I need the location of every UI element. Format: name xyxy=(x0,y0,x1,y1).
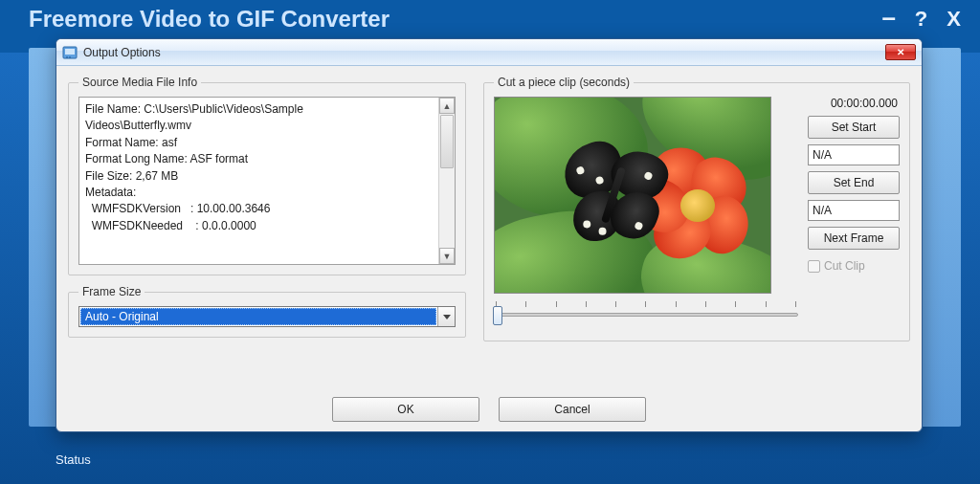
end-time-field[interactable] xyxy=(808,200,900,221)
file-info-box: File Name: C:\Users\Public\Videos\Sample… xyxy=(78,97,456,265)
timeline-slider[interactable] xyxy=(494,301,798,317)
source-media-legend: Source Media File Info xyxy=(78,76,201,89)
app-title: Freemore Video to GIF Converter xyxy=(29,6,862,33)
frame-size-fieldset: Frame Size Auto - Original xyxy=(68,285,466,338)
start-time-field[interactable] xyxy=(808,144,900,165)
dialog-button-row: OK Cancel xyxy=(68,397,910,422)
butterfly xyxy=(556,138,671,253)
next-frame-button[interactable]: Next Frame xyxy=(808,227,900,250)
dialog-close-button[interactable]: ✕ xyxy=(885,44,916,60)
file-info-scrollbar[interactable]: ▲ ▼ xyxy=(438,98,455,264)
scroll-up-icon[interactable]: ▲ xyxy=(439,98,455,114)
cut-clip-row: Cut Clip xyxy=(808,259,900,273)
set-start-button[interactable]: Set Start xyxy=(808,116,900,139)
cut-clip-legend: Cut a piece clip (seconds) xyxy=(494,76,634,89)
main-window: Freemore Video to GIF Converter – ? X St… xyxy=(0,0,980,484)
scroll-thumb[interactable] xyxy=(440,115,454,168)
timecode: 00:00:00.000 xyxy=(808,97,900,110)
set-end-button[interactable]: Set End xyxy=(808,171,900,194)
cancel-button[interactable]: Cancel xyxy=(499,397,646,422)
help-icon[interactable]: ? xyxy=(915,7,927,32)
svg-rect-1 xyxy=(65,49,75,55)
svg-point-2 xyxy=(66,56,68,58)
timeline-ticks xyxy=(494,301,798,311)
timeline-thumb[interactable] xyxy=(493,306,502,325)
dialog-title: Output Options xyxy=(83,46,885,59)
minimize-icon[interactable]: – xyxy=(881,3,895,33)
scroll-down-icon[interactable]: ▼ xyxy=(439,248,455,264)
cut-clip-label: Cut Clip xyxy=(824,259,865,273)
output-options-dialog: Output Options ✕ Source Media File Info … xyxy=(56,38,923,432)
video-preview xyxy=(494,97,771,294)
source-media-fieldset: Source Media File Info File Name: C:\Use… xyxy=(68,76,466,275)
x-icon: ✕ xyxy=(897,47,904,57)
dialog-icon xyxy=(62,45,78,60)
chevron-down-icon[interactable] xyxy=(437,307,455,326)
timeline-track[interactable] xyxy=(494,313,798,317)
frame-size-dropdown[interactable]: Auto - Original xyxy=(78,306,456,327)
file-info-text: File Name: C:\Users\Public\Videos\Sample… xyxy=(79,98,438,264)
frame-size-value: Auto - Original xyxy=(80,308,436,325)
close-icon[interactable]: X xyxy=(947,7,961,32)
status-label: Status xyxy=(56,452,91,467)
dialog-titlebar[interactable]: Output Options ✕ xyxy=(56,39,922,66)
scroll-track[interactable] xyxy=(439,169,455,248)
ok-button[interactable]: OK xyxy=(332,397,479,422)
cut-clip-fieldset: Cut a piece clip (seconds) xyxy=(483,76,910,341)
dialog-body: Source Media File Info File Name: C:\Use… xyxy=(56,66,922,431)
svg-point-3 xyxy=(69,56,71,58)
main-titlebar: Freemore Video to GIF Converter – ? X xyxy=(0,0,980,38)
cut-clip-checkbox[interactable] xyxy=(808,260,820,273)
frame-size-legend: Frame Size xyxy=(78,285,145,298)
